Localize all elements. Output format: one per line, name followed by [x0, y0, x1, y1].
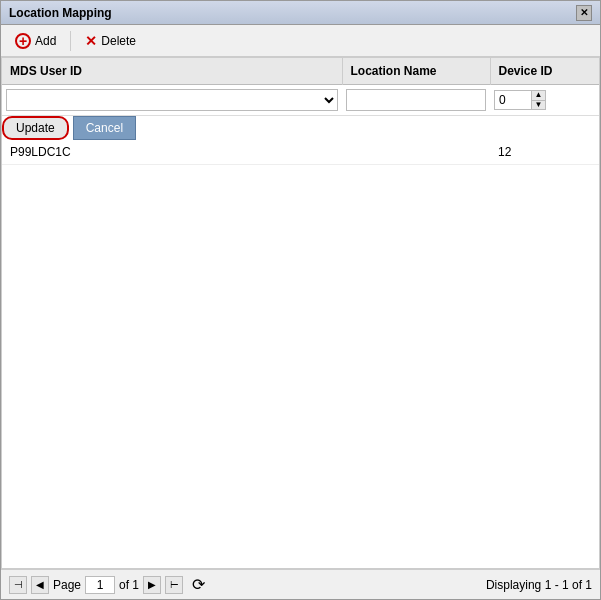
main-window: Location Mapping ✕ + Add ✕ Delete MDS Us… [0, 0, 601, 600]
delete-icon: ✕ [85, 33, 97, 49]
update-button[interactable]: Update [2, 116, 69, 140]
location-name-input[interactable] [346, 89, 486, 111]
device-id-spinner: ▲ ▼ [494, 90, 546, 110]
cancel-button[interactable]: Cancel [73, 116, 136, 140]
last-page-button[interactable]: ⊢ [165, 576, 183, 594]
edit-device-cell: ▲ ▼ [490, 85, 599, 116]
spin-down-button[interactable]: ▼ [532, 101, 545, 110]
delete-label: Delete [101, 34, 136, 48]
edit-row: ▲ ▼ [2, 85, 599, 116]
close-button[interactable]: ✕ [576, 5, 592, 21]
of-label: of 1 [119, 578, 139, 592]
mds-id-value: P99LDC1C [10, 145, 71, 159]
add-icon: + [15, 33, 31, 49]
title-bar: Location Mapping ✕ [1, 1, 600, 25]
add-button[interactable]: + Add [9, 31, 62, 51]
device-id-input[interactable] [495, 91, 531, 109]
spinner-buttons: ▲ ▼ [531, 91, 545, 109]
table-container: MDS User ID Location Name Device ID [1, 57, 600, 569]
row-location-name [342, 140, 490, 165]
action-device-cell [490, 116, 599, 141]
action-buttons: Update Cancel [2, 116, 490, 140]
row-device-id: 12 [490, 140, 599, 165]
col-header-location-name: Location Name [342, 58, 490, 85]
prev-page-button[interactable]: ◀ [31, 576, 49, 594]
window-title: Location Mapping [9, 6, 112, 20]
add-label: Add [35, 34, 56, 48]
location-mapping-table: MDS User ID Location Name Device ID [2, 58, 599, 165]
page-label: Page [53, 578, 81, 592]
footer: ⊣ ◀ Page of 1 ▶ ⊢ ⟳ Displaying 1 - 1 of … [1, 569, 600, 599]
table-header-row: MDS User ID Location Name Device ID [2, 58, 599, 85]
pagination: ⊣ ◀ Page of 1 ▶ ⊢ ⟳ [9, 574, 209, 596]
edit-mds-cell [2, 85, 342, 116]
delete-button[interactable]: ✕ Delete [79, 31, 142, 51]
first-page-button[interactable]: ⊣ [9, 576, 27, 594]
refresh-button[interactable]: ⟳ [187, 574, 209, 596]
row-mds-user-id: P99LDC1C [2, 140, 342, 165]
edit-location-cell [342, 85, 490, 116]
mds-user-id-select[interactable] [6, 89, 338, 111]
col-header-device-id: Device ID [490, 58, 599, 85]
toolbar-separator [70, 31, 71, 51]
toolbar: + Add ✕ Delete [1, 25, 600, 57]
mds-select-container [6, 89, 338, 111]
close-icon: ✕ [580, 7, 588, 18]
table-row[interactable]: P99LDC1C 12 [2, 140, 599, 165]
page-number-input[interactable] [85, 576, 115, 594]
col-header-mds-user-id: MDS User ID [2, 58, 342, 85]
displaying-text: Displaying 1 - 1 of 1 [486, 578, 592, 592]
next-page-button[interactable]: ▶ [143, 576, 161, 594]
action-buttons-cell: Update Cancel [2, 116, 490, 141]
action-row: Update Cancel [2, 116, 599, 141]
